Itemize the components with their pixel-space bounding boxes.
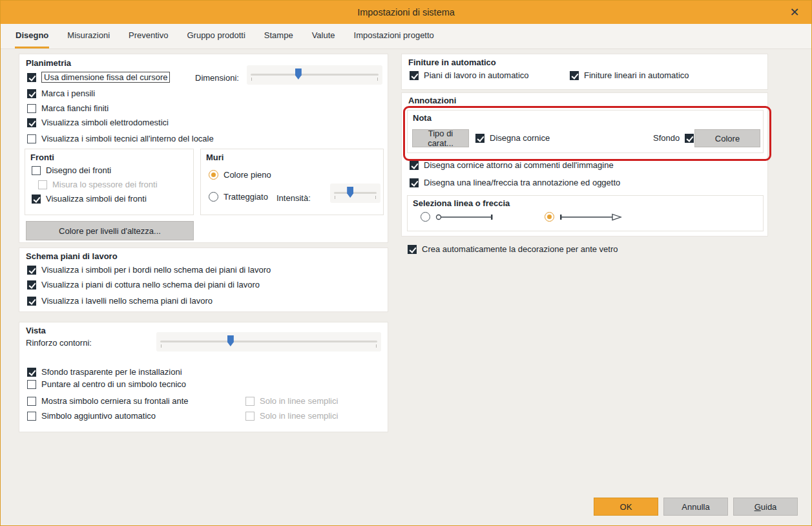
slider-tick bbox=[377, 78, 378, 81]
checkbox-box bbox=[245, 412, 255, 421]
checkbox-box bbox=[570, 71, 579, 80]
checkbox-label: Puntare al centro di un simbolo tecnico bbox=[41, 379, 186, 389]
guida-button[interactable]: Guida bbox=[733, 498, 798, 516]
checkbox-box bbox=[685, 134, 694, 143]
slider-handle[interactable] bbox=[295, 68, 302, 79]
system-settings-dialog: Impostazioni di sistema ✕ Disegno Misura… bbox=[0, 0, 812, 526]
checkbox-simboli-tecnici[interactable]: Visualizza i simboli tecnici all'interno… bbox=[27, 134, 214, 143]
slider-tick bbox=[376, 344, 377, 348]
slider-track bbox=[251, 74, 379, 76]
checkbox-disegno-fronti[interactable]: Disegno dei fronti bbox=[32, 165, 111, 175]
checkbox-simboli-fronti[interactable]: Visualizza simboli dei fronti bbox=[32, 194, 147, 204]
checkbox-box bbox=[27, 412, 36, 421]
checkbox-label: Disegna cornice attorno ai commenti dell… bbox=[424, 160, 614, 170]
annulla-button[interactable]: Annulla bbox=[663, 498, 728, 516]
checkbox-usa-dimensione-fissa[interactable]: Usa dimensione fissa del cursore bbox=[27, 72, 170, 83]
checkbox-box bbox=[475, 134, 484, 143]
checkbox-label: Marca fianchi finiti bbox=[41, 103, 109, 113]
vista-header: Vista bbox=[26, 326, 46, 335]
checkbox-label: Visualizza i lavelli nello schema piani … bbox=[41, 296, 213, 306]
ok-button[interactable]: OK bbox=[594, 498, 658, 516]
checkbox-simboli-elettrodomestici[interactable]: Visualizza simboli elettrodomestici bbox=[27, 118, 169, 127]
checkbox-mostra-cerniera[interactable]: Mostra simbolo cerniera su frontali ante bbox=[27, 396, 189, 406]
slider-tick bbox=[161, 344, 161, 348]
slider-handle[interactable] bbox=[227, 335, 234, 346]
checkbox-box bbox=[410, 178, 419, 187]
checkbox-box bbox=[408, 245, 417, 254]
muri-header: Muri bbox=[206, 153, 224, 162]
checkbox-label: Disegno dei fronti bbox=[46, 165, 111, 175]
schema-header: Schema piani di lavoro bbox=[26, 251, 118, 261]
checkbox-label: Visualizza i simboli tecnici all'interno… bbox=[41, 134, 214, 143]
checkbox-label: Disegna cornice bbox=[490, 133, 550, 143]
planimetria-panel: Planimetria Usa dimensione fissa del cur… bbox=[19, 54, 388, 243]
tab-stampe[interactable]: Stampe bbox=[264, 24, 294, 48]
checkbox-label: Solo in linee semplici bbox=[260, 396, 338, 406]
slider-handle[interactable] bbox=[347, 187, 353, 198]
checkbox-label: Simbolo aggiuntivo automatico bbox=[41, 411, 156, 421]
line-option-icon bbox=[435, 213, 497, 222]
checkbox-disegna-cornice[interactable]: Disegna cornice bbox=[475, 133, 550, 143]
guida-accesskey: G bbox=[755, 502, 761, 512]
checkbox-sfondo-nota[interactable]: Sfondo bbox=[653, 133, 694, 143]
slider-tick bbox=[375, 196, 376, 199]
checkbox-label: Visualizza simboli elettrodomestici bbox=[41, 118, 169, 127]
checkbox-label: Visualizza simboli dei fronti bbox=[46, 194, 147, 204]
tab-preventivo[interactable]: Preventivo bbox=[128, 24, 169, 48]
checkbox-marca-fianchi[interactable]: Marca fianchi finiti bbox=[27, 103, 109, 113]
checkbox-puntare-centro[interactable]: Puntare al centro di un simbolo tecnico bbox=[27, 379, 186, 389]
colore-livelli-button[interactable]: Colore per livelli d'altezza... bbox=[26, 221, 194, 240]
checkbox-box bbox=[27, 104, 36, 113]
checkbox-label: Mostra simbolo cerniera su frontali ante bbox=[41, 396, 189, 406]
intensita-slider[interactable] bbox=[330, 184, 380, 203]
checkbox-label: Visualizza i simboli per i bordi nello s… bbox=[41, 265, 271, 275]
checkbox-finiture-lineari[interactable]: Finiture lineari in automatico bbox=[570, 70, 689, 80]
dimensioni-slider[interactable] bbox=[247, 65, 382, 85]
checkbox-marca-pensili[interactable]: Marca i pensili bbox=[27, 89, 95, 98]
tab-misurazioni[interactable]: Misurazioni bbox=[67, 24, 110, 48]
checkbox-box bbox=[32, 166, 41, 175]
checkbox-sfondo-trasparente[interactable]: Sfondo trasparente per le installazioni bbox=[27, 367, 182, 377]
planimetria-header: Planimetria bbox=[26, 58, 71, 68]
checkbox-box bbox=[410, 71, 419, 80]
vista-panel: Vista Rinforzo contorni: Sfondo traspare… bbox=[19, 322, 388, 432]
checkbox-simbolo-aggiuntivo[interactable]: Simbolo aggiuntivo automatico bbox=[27, 411, 156, 421]
checkbox-label: Usa dimensione fissa del cursore bbox=[41, 72, 170, 83]
tipo-carattere-button[interactable]: Tipo di carat... bbox=[412, 129, 469, 147]
radio-linea-option[interactable] bbox=[421, 212, 497, 222]
checkbox-piani-lavoro-automatico[interactable]: Piani di lavoro in automatico bbox=[410, 70, 529, 80]
checkbox-box bbox=[27, 297, 36, 306]
finiture-header: Finiture in automatico bbox=[408, 58, 496, 67]
checkbox-schema-bordi[interactable]: Visualizza i simboli per i bordi nello s… bbox=[27, 265, 271, 275]
title-bar: Impostazioni di sistema ✕ bbox=[1, 1, 811, 24]
seleziona-linea-box: Seleziona linea o freccia bbox=[407, 195, 764, 231]
intensita-label: Intensità: bbox=[276, 193, 311, 203]
tab-valute[interactable]: Valute bbox=[311, 24, 336, 48]
radio-button bbox=[209, 192, 218, 202]
checkbox-schema-cottura[interactable]: Visualizza i piani di cottura nello sche… bbox=[27, 280, 260, 289]
colore-button[interactable]: Colore bbox=[694, 129, 760, 147]
checkbox-solo-linee-semplici-2: Solo in linee semplici bbox=[245, 411, 338, 421]
checkbox-label: Visualizza i piani di cottura nello sche… bbox=[41, 280, 260, 289]
dimensioni-label: Dimensioni: bbox=[195, 73, 239, 83]
schema-panel: Schema piani di lavoro Visualizza i simb… bbox=[19, 247, 388, 312]
rinforzo-label: Rinforzo contorni: bbox=[26, 338, 92, 348]
rinforzo-slider[interactable] bbox=[156, 332, 381, 352]
checkbox-box bbox=[32, 195, 41, 204]
close-icon[interactable]: ✕ bbox=[787, 5, 802, 20]
checkbox-schema-lavelli[interactable]: Visualizza i lavelli nello schema piani … bbox=[27, 296, 213, 306]
finiture-panel: Finiture in automatico Piani di lavoro i… bbox=[401, 54, 768, 90]
checkbox-box bbox=[27, 73, 36, 82]
checkbox-box bbox=[27, 368, 36, 377]
radio-freccia-option[interactable] bbox=[545, 212, 623, 222]
checkbox-linea-freccia[interactable]: Disegna una linea/freccia tra annotazion… bbox=[410, 178, 620, 187]
tab-gruppo-prodotti[interactable]: Gruppo prodotti bbox=[186, 24, 245, 48]
radio-colore-pieno[interactable]: Colore pieno bbox=[209, 170, 271, 180]
tab-disegno[interactable]: Disegno bbox=[15, 24, 49, 48]
tab-impostazioni-progetto[interactable]: Impostazioni progetto bbox=[353, 24, 435, 48]
radio-tratteggiato[interactable]: Tratteggiato bbox=[209, 192, 268, 202]
checkbox-cornice-commenti[interactable]: Disegna cornice attorno ai commenti dell… bbox=[410, 160, 614, 170]
annotazioni-header: Annotazioni bbox=[408, 96, 456, 105]
radio-label: Tratteggiato bbox=[224, 192, 268, 202]
checkbox-crea-decorazione[interactable]: Crea automaticamente la decorazione per … bbox=[408, 244, 618, 254]
